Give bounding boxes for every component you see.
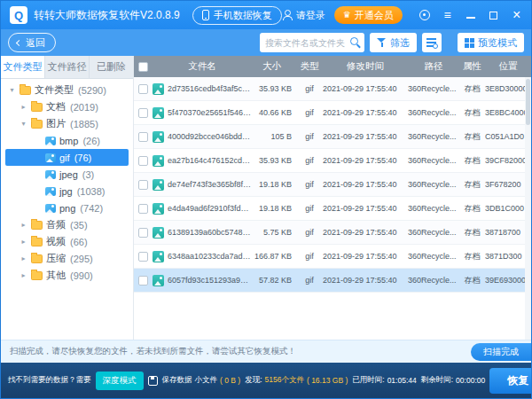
tree-item-png[interactable]: png (742) <box>5 200 129 216</box>
deep-mode-button[interactable]: 深度模式 <box>96 372 144 390</box>
remaining-value: 00:00:00 <box>456 376 485 385</box>
vip-button[interactable]: 开通会员 <box>334 6 403 24</box>
folder-icon <box>31 221 43 230</box>
back-label: 返回 <box>26 36 45 50</box>
row-checkbox[interactable] <box>138 108 148 118</box>
file-size: 57.82 KB <box>252 276 296 285</box>
tab-file-path[interactable]: 文件路径 <box>45 56 90 78</box>
row-checkbox[interactable] <box>138 204 148 214</box>
gif-file-icon <box>153 131 164 143</box>
column-header-size[interactable]: 大小 <box>252 60 296 73</box>
chevron-down-icon[interactable] <box>8 87 16 94</box>
file-size: 40.66 KB <box>252 108 296 117</box>
column-header-name[interactable]: 文件名 <box>153 60 252 73</box>
list-search-button[interactable] <box>422 33 442 52</box>
list-search-icon <box>426 37 437 48</box>
file-attr: 存档 <box>459 275 485 286</box>
file-modified: 2021-09-29 17:55:40 <box>323 204 408 213</box>
gif-file-icon <box>153 179 164 191</box>
row-checkbox[interactable] <box>138 252 148 262</box>
select-all-checkbox[interactable] <box>138 62 148 72</box>
tree-item-count: (742) <box>80 203 103 214</box>
tree-item-bmp[interactable]: bmp (26) <box>5 132 129 149</box>
tree-item-jpg[interactable]: jpg (1038) <box>5 183 129 200</box>
table-row-selected[interactable]: 6057fd93c151293a9b9d32eb... 57.82 KB gif… <box>134 269 531 293</box>
chevron-right-icon[interactable] <box>20 104 27 111</box>
table-row[interactable]: ea27b164c476152cd3ccf20... 35.93 KB gif … <box>134 149 531 173</box>
chevron-right-icon[interactable] <box>20 272 27 279</box>
recover-button[interactable]: 恢复 <box>489 368 531 394</box>
file-size: 5.75 KB <box>252 228 296 237</box>
tab-deleted[interactable]: 已删除 <box>90 56 133 78</box>
back-button[interactable]: 返回 <box>8 33 56 52</box>
file-modified: 2021-09-29 17:55:40 <box>323 180 408 189</box>
table-row[interactable]: e4da49ad6f2910f3fdd4083f... 19.18 KB gif… <box>134 197 531 221</box>
maximize-button[interactable] <box>488 9 500 21</box>
menu-button[interactable] <box>442 9 454 21</box>
file-modified: 2021-09-29 17:55:40 <box>323 228 408 237</box>
column-header-path[interactable]: 路径 <box>408 60 459 73</box>
file-modified: 2021-09-29 17:55:40 <box>323 156 408 165</box>
file-modified: 2021-09-29 17:55:40 <box>323 252 408 261</box>
tree-item-count: (76) <box>74 153 92 163</box>
close-button[interactable] <box>511 9 523 21</box>
tree-item-other[interactable]: 其他 (990) <box>5 267 129 284</box>
tab-file-type[interactable]: 文件类型 <box>1 56 45 78</box>
folder-icon <box>31 254 43 263</box>
table-row[interactable]: 5f470370e25651f54601a5a6... 40.66 KB gif… <box>134 101 531 125</box>
file-table: 文件名 大小 类型 修改时间 路径 属性 位置 2d73516cedb4f3af… <box>134 56 531 340</box>
tree-item-gif[interactable]: gif (76) <box>5 149 129 166</box>
minimize-button[interactable] <box>465 9 477 21</box>
login-button[interactable]: 请登录 <box>282 9 325 22</box>
file-type: gif <box>296 108 323 117</box>
file-name: 4000d92bcce046bdd997eb... <box>168 132 252 141</box>
tree-item-video[interactable]: 视频 (66) <box>5 233 129 250</box>
file-path: 360Recycle... <box>408 84 459 93</box>
chevron-down-icon[interactable] <box>20 121 27 128</box>
chevron-right-icon[interactable] <box>20 255 27 262</box>
window-controls <box>419 9 523 21</box>
table-row[interactable]: de74ef743f3e365bf8fe2a82... 19.18 KB gif… <box>134 173 531 197</box>
table-row[interactable]: 61389139a60bc5748fb40b8... 5.75 KB gif 2… <box>134 221 531 245</box>
chevron-right-icon[interactable] <box>20 222 27 229</box>
search-icon[interactable] <box>349 36 361 48</box>
file-size: 19.18 KB <box>252 204 296 213</box>
table-row[interactable]: 6348aa10233cda7ad047146... 166.87 KB gif… <box>134 245 531 269</box>
row-checkbox[interactable] <box>138 84 148 94</box>
scan-complete-badge: 扫描完成 <box>471 343 531 361</box>
column-header-type[interactable]: 类型 <box>296 60 323 73</box>
table-row[interactable]: 4000d92bcce046bdd997eb... 105 B gif 2021… <box>134 125 531 149</box>
column-header-attr[interactable]: 属性 <box>459 60 485 73</box>
file-path: 360Recycle... <box>408 252 459 261</box>
file-path: 360Recycle... <box>408 204 459 213</box>
column-header-location[interactable]: 位置 <box>485 60 531 73</box>
chevron-right-icon[interactable] <box>20 239 27 246</box>
tree-item-root[interactable]: 文件类型 (5290) <box>5 82 129 98</box>
app-window: Q 转转大师数据恢复软件V2.0.8.9 手机数据恢复 请登录 开通会员 <box>0 0 532 399</box>
tree-item-docs[interactable]: 文档 (2019) <box>5 98 129 115</box>
folder-icon <box>20 86 31 95</box>
file-attr: 存档 <box>459 179 485 191</box>
scrollbar-track[interactable] <box>525 77 531 340</box>
phone-recovery-button[interactable]: 手机数据恢复 <box>192 6 282 25</box>
tree-item-archive[interactable]: 压缩 (295) <box>5 250 129 267</box>
tree-item-label: 其他 <box>46 269 66 282</box>
row-checkbox[interactable] <box>138 132 148 142</box>
tree-item-label: bmp <box>59 136 78 146</box>
filter-button[interactable]: 筛选 <box>370 33 417 52</box>
preview-mode-button[interactable]: 预览模式 <box>458 33 524 52</box>
tree-item-images[interactable]: 图片 (1885) <box>5 115 129 132</box>
row-checkbox[interactable] <box>138 180 148 190</box>
table-row[interactable]: 2d73516cedb4f3af5cfff3e5aa... 35.93 KB g… <box>134 77 531 101</box>
row-checkbox[interactable] <box>138 276 148 286</box>
status-bar: 找不到需要的数据？需要 深度模式 保存数据 小文件 ( 0 B ) 发现: 51… <box>1 363 531 398</box>
tree-item-count: (1038) <box>77 186 106 197</box>
scrollbar-thumb[interactable] <box>526 79 530 125</box>
column-header-modified[interactable]: 修改时间 <box>323 60 408 73</box>
support-button[interactable] <box>419 9 431 21</box>
tree-item-jpeg[interactable]: jpeg (3) <box>5 166 129 183</box>
tree-item-audio[interactable]: 音频 (35) <box>5 216 129 233</box>
row-checkbox[interactable] <box>138 156 148 166</box>
row-checkbox[interactable] <box>138 228 148 238</box>
file-name: 6348aa10233cda7ad047146... <box>168 252 252 261</box>
